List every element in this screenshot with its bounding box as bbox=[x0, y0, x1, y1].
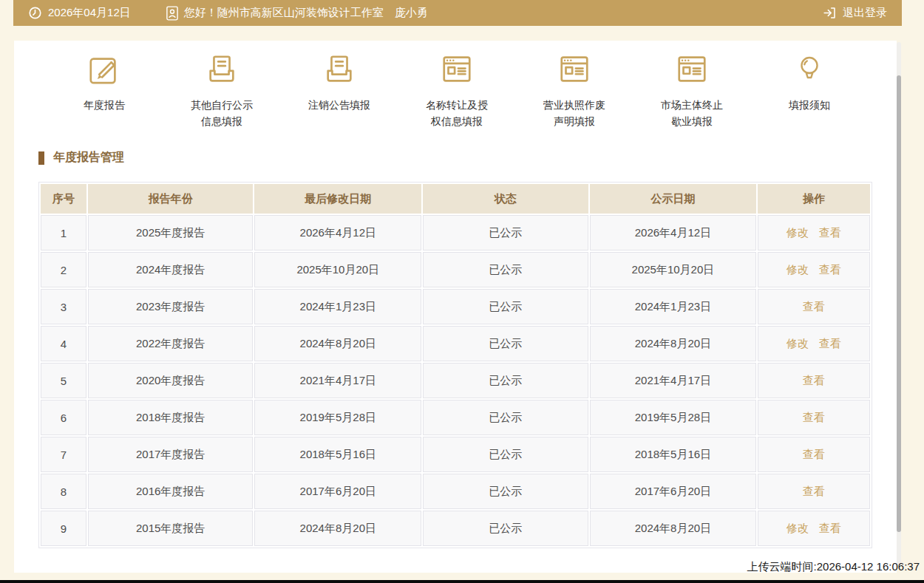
view-link[interactable]: 查看 bbox=[803, 448, 825, 460]
nav-item-label: 年度报告 bbox=[71, 97, 137, 113]
table-row: 7 2017年度报告 2018年5月16日 已公示 2018年5月16日 查看 bbox=[41, 437, 870, 472]
main-panel: 年度报告 其他自行公示信息填报 注销公告填报 名称转让及授权 bbox=[14, 41, 897, 573]
nav-item-label: 市场主体终止歇业填报 bbox=[659, 97, 725, 129]
section-title: 年度报告管理 bbox=[38, 150, 124, 166]
table-row: 9 2015年度报告 2024年8月20日 已公示 2024年8月20日 修改查… bbox=[41, 511, 870, 546]
column-header: 状态 bbox=[423, 184, 588, 214]
nav-item-3[interactable]: 注销公告填报 bbox=[288, 48, 391, 151]
cell-modified-date: 2024年8月20日 bbox=[254, 326, 421, 361]
cell-status: 已公示 bbox=[423, 252, 588, 287]
cell-report-year: 2018年度报告 bbox=[88, 400, 254, 435]
nav-item-label: 营业执照作废声明填报 bbox=[541, 97, 608, 129]
view-link[interactable]: 查看 bbox=[819, 522, 841, 534]
cell-report-year: 2015年度报告 bbox=[88, 511, 254, 546]
user-badge-icon bbox=[166, 6, 178, 21]
logout-button[interactable]: 退出登录 bbox=[823, 6, 887, 20]
topbar-user-group: 您好！随州市高新区山河装饰设计工作室 庞小勇 bbox=[166, 6, 428, 21]
cell-publish-date: 2026年4月12日 bbox=[590, 215, 757, 250]
cell-report-year: 2025年度报告 bbox=[88, 215, 254, 250]
topbar-date: 2026年04月12日 bbox=[48, 6, 131, 20]
table-row: 4 2022年度报告 2024年8月20日 已公示 2024年8月20日 修改查… bbox=[41, 326, 870, 361]
nav-item-6[interactable]: 市场主体终止歇业填报 bbox=[640, 48, 744, 151]
cell-index: 9 bbox=[41, 511, 86, 546]
cell-actions: 查看 bbox=[758, 474, 870, 509]
cell-status: 已公示 bbox=[423, 474, 588, 509]
view-link[interactable]: 查看 bbox=[803, 374, 825, 386]
modify-link[interactable]: 修改 bbox=[787, 337, 809, 350]
cell-actions: 修改查看 bbox=[758, 326, 870, 361]
cell-actions: 查看 bbox=[758, 437, 870, 472]
modify-link[interactable]: 修改 bbox=[787, 263, 809, 276]
bottom-edge bbox=[0, 580, 924, 583]
cell-report-year: 2022年度报告 bbox=[88, 326, 254, 361]
column-header: 最后修改日期 bbox=[254, 184, 421, 214]
column-header: 报告年份 bbox=[88, 184, 254, 214]
column-header: 公示日期 bbox=[590, 184, 757, 214]
modify-link[interactable]: 修改 bbox=[787, 522, 809, 534]
cell-actions: 修改查看 bbox=[758, 252, 870, 287]
browser-form-icon bbox=[675, 48, 709, 86]
cell-index: 5 bbox=[41, 363, 86, 398]
nav-item-label: 注销公告填报 bbox=[306, 97, 373, 113]
cell-index: 6 bbox=[41, 400, 86, 435]
view-link[interactable]: 查看 bbox=[819, 226, 841, 239]
cell-index: 7 bbox=[41, 437, 86, 472]
table-row: 5 2020年度报告 2021年4月17日 已公示 2021年4月17日 查看 bbox=[41, 363, 870, 398]
cell-modified-date: 2024年1月23日 bbox=[254, 289, 421, 324]
cell-status: 已公示 bbox=[423, 363, 588, 398]
cell-report-year: 2024年度报告 bbox=[88, 252, 254, 287]
bulb-icon bbox=[793, 48, 826, 86]
cell-actions: 查看 bbox=[758, 289, 870, 324]
modify-link[interactable]: 修改 bbox=[787, 226, 809, 239]
cell-publish-date: 2024年1月23日 bbox=[590, 289, 757, 324]
table-row: 2 2024年度报告 2025年10月20日 已公示 2025年10月20日 修… bbox=[41, 252, 870, 287]
view-link[interactable]: 查看 bbox=[803, 485, 825, 497]
view-link[interactable]: 查看 bbox=[803, 411, 825, 423]
cell-modified-date: 2026年4月12日 bbox=[254, 215, 421, 250]
nav-item-label: 名称转让及授权信息填报 bbox=[424, 97, 490, 129]
nav-item-4[interactable]: 名称转让及授权信息填报 bbox=[405, 48, 509, 151]
upload-time-text: 上传云端时间:2026-04-12 16:06:37 bbox=[747, 560, 920, 574]
cell-status: 已公示 bbox=[423, 289, 588, 324]
browser-form-icon bbox=[557, 48, 591, 86]
cell-publish-date: 2024年8月20日 bbox=[590, 511, 757, 546]
cell-index: 1 bbox=[41, 215, 86, 250]
cell-actions: 修改查看 bbox=[758, 215, 870, 250]
nav-item-2[interactable]: 其他自行公示信息填报 bbox=[170, 48, 274, 151]
inbox-doc-icon bbox=[322, 48, 356, 86]
view-link[interactable]: 查看 bbox=[803, 300, 825, 313]
nav-item-5[interactable]: 营业执照作废声明填报 bbox=[523, 48, 626, 151]
nav-item-7[interactable]: 填报须知 bbox=[758, 48, 861, 151]
cell-modified-date: 2018年5月16日 bbox=[254, 437, 421, 472]
table-row: 1 2025年度报告 2026年4月12日 已公示 2026年4月12日 修改查… bbox=[41, 215, 870, 250]
cell-status: 已公示 bbox=[423, 326, 588, 361]
scrollbar-thumb[interactable] bbox=[897, 75, 901, 532]
cell-publish-date: 2021年4月17日 bbox=[590, 363, 757, 398]
cell-index: 8 bbox=[41, 474, 86, 509]
nav-item-label: 填报须知 bbox=[776, 97, 843, 113]
table-row: 6 2018年度报告 2019年5月28日 已公示 2019年5月28日 查看 bbox=[41, 400, 870, 435]
logout-label: 退出登录 bbox=[843, 6, 887, 20]
logout-icon bbox=[823, 6, 837, 20]
annual-report-table: 序号报告年份最后修改日期状态公示日期操作 1 2025年度报告 2026年4月1… bbox=[38, 182, 872, 548]
table-row: 8 2016年度报告 2017年6月20日 已公示 2017年6月20日 查看 bbox=[41, 474, 870, 509]
cell-publish-date: 2019年5月28日 bbox=[590, 400, 757, 435]
cell-publish-date: 2024年8月20日 bbox=[590, 326, 757, 361]
cell-modified-date: 2024年8月20日 bbox=[254, 511, 421, 546]
cell-status: 已公示 bbox=[423, 437, 588, 472]
nav-item-label: 其他自行公示信息填报 bbox=[188, 97, 255, 129]
edit-icon bbox=[87, 48, 121, 86]
table-row: 3 2023年度报告 2024年1月23日 已公示 2024年1月23日 查看 bbox=[41, 289, 870, 324]
nav-item-1[interactable]: 年度报告 bbox=[52, 48, 156, 151]
cell-status: 已公示 bbox=[423, 215, 588, 250]
view-link[interactable]: 查看 bbox=[819, 337, 841, 350]
cell-status: 已公示 bbox=[423, 400, 588, 435]
cell-index: 2 bbox=[41, 252, 86, 287]
cell-report-year: 2023年度报告 bbox=[88, 289, 254, 324]
clock-icon bbox=[28, 6, 42, 20]
browser-form-icon bbox=[440, 48, 474, 86]
view-link[interactable]: 查看 bbox=[819, 263, 841, 276]
page-title: 年度报告管理 bbox=[53, 150, 124, 166]
column-header: 序号 bbox=[41, 184, 86, 214]
cell-index: 3 bbox=[41, 289, 86, 324]
